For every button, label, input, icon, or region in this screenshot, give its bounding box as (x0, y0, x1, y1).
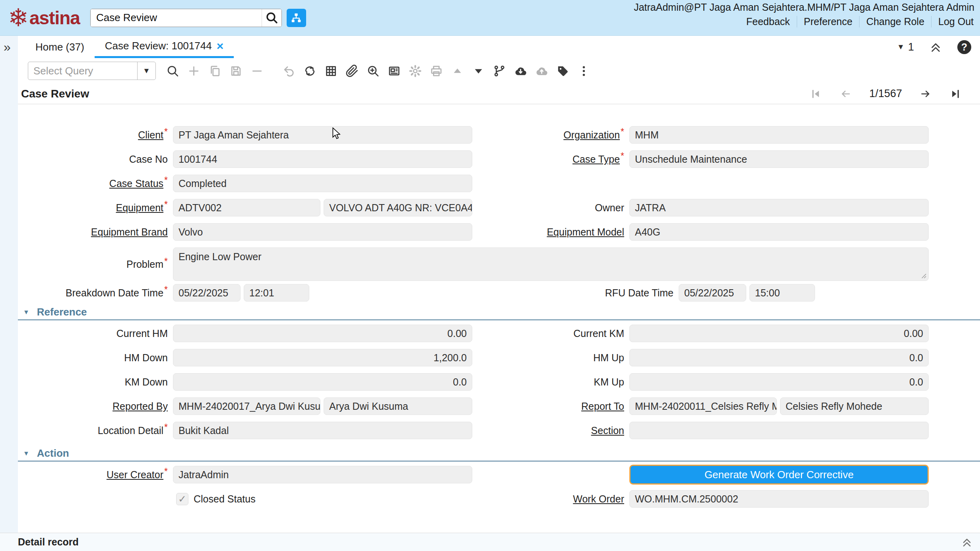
select-query-placeholder: Select Query (28, 62, 137, 80)
location-detail-field[interactable]: Bukit Kadal (173, 422, 472, 439)
tag-icon (556, 64, 569, 78)
help-button[interactable]: ? (957, 40, 971, 54)
section-collapse-icon[interactable]: ▼ (23, 309, 29, 316)
toolbar-import-button[interactable] (531, 62, 552, 79)
toolbar-move-up-button[interactable] (447, 62, 468, 79)
toolbar-move-down-button[interactable] (468, 62, 489, 79)
report-to-name-field[interactable]: Celsies Refly Mohede (780, 397, 929, 415)
record-pager: 1/1567 (810, 84, 961, 104)
km-down-field[interactable]: 0.0 (173, 373, 472, 391)
tab-close-icon[interactable]: × (217, 40, 224, 52)
sidebar-expand-icon[interactable]: » (4, 41, 11, 53)
menu-feedback[interactable]: Feedback (739, 16, 797, 27)
section-collapse-icon[interactable]: ▼ (23, 450, 29, 457)
toolbar-workflow-button[interactable] (489, 62, 510, 79)
toolbar-tag-button[interactable] (552, 62, 573, 79)
pager-first-button[interactable] (810, 88, 822, 100)
section-field[interactable] (629, 422, 929, 439)
branch-icon (493, 64, 506, 78)
reported-by-code-field[interactable]: MHM-24020017_Arya Dwi Kusuma (173, 397, 320, 415)
toolbar-print-button[interactable] (426, 62, 447, 79)
toolbar-save-button[interactable] (225, 62, 246, 79)
pager-next-button[interactable] (920, 88, 931, 100)
rfu-date-field[interactable]: 05/22/2025 (679, 284, 746, 302)
toolbar-duplicate-button[interactable] (204, 62, 225, 79)
toolbar-attachments-button[interactable] (342, 62, 363, 79)
hm-down-field[interactable]: 1,200.0 (173, 349, 472, 366)
equipment-model-field[interactable]: A40G (629, 223, 929, 241)
toolbar-grid-view-button[interactable] (320, 62, 342, 79)
gear-icon (409, 64, 422, 78)
breakdown-time-field[interactable]: 12:01 (244, 284, 309, 302)
section-reference[interactable]: ▼ Reference (18, 305, 980, 320)
generate-work-order-button[interactable]: Generate Work Order Corrective (629, 465, 929, 485)
toolbar-new-button[interactable] (183, 62, 204, 79)
work-order-field[interactable]: WO.MHM.CM.2500002 (629, 490, 929, 508)
hm-up-field[interactable]: 0.0 (629, 349, 929, 366)
organization-field[interactable]: MHM (629, 126, 929, 144)
report-to-code-field[interactable]: MHM-24020011_Celsies Refly Mohe (629, 397, 777, 415)
equipment-brand-field[interactable]: Volvo (173, 223, 472, 241)
refresh-icon (303, 64, 316, 78)
user-creator-field[interactable]: JatraAdmin (173, 466, 472, 483)
record-toolbar: Select Query ▼ (18, 58, 980, 84)
tab-case-review[interactable]: Case Review: 1001744 × (95, 36, 234, 58)
problem-textarea[interactable]: Engine Low Power (173, 247, 929, 281)
menu-log-out[interactable]: Log Out (931, 16, 974, 27)
save-icon (229, 64, 243, 78)
section-action[interactable]: ▼ Action (18, 446, 980, 461)
closed-status-label: Closed Status (194, 493, 256, 505)
global-search-button[interactable] (262, 9, 281, 27)
toolbar-settings-button[interactable] (405, 62, 426, 79)
pager-last-button[interactable] (949, 88, 961, 100)
closed-status-checkbox[interactable]: ✓ (176, 493, 188, 505)
toolbar-export-button[interactable] (510, 62, 531, 79)
logged-in-user: JatraAdmin@PT Jaga Aman Sejahtera.MHM/PT… (634, 2, 974, 13)
minus-icon (250, 64, 264, 78)
org-structure-button[interactable] (287, 9, 306, 27)
equipment-desc-field[interactable]: VOLVO ADT A40G NR: VCE0A40GL (324, 199, 472, 216)
closed-status-checkbox-wrap: ✓ Closed Status (176, 493, 256, 505)
pager-prev-button[interactable] (840, 88, 852, 100)
top-header-bar: ❄ astina JatraAdmin@PT Jaga Aman Sejahte… (0, 0, 980, 36)
client-field[interactable]: PT Jaga Aman Sejahtera (173, 126, 472, 144)
equipment-code-field[interactable]: ADTV002 (173, 199, 320, 216)
km-up-field[interactable]: 0.0 (629, 373, 929, 391)
case-no-field[interactable]: 1001744 (173, 150, 472, 168)
collapse-panel-icon[interactable] (929, 41, 942, 54)
menu-change-role[interactable]: Change Role (859, 16, 931, 27)
toolbar-delete-button[interactable] (246, 62, 268, 79)
tab-case-review-label: Case Review: 1001744 (105, 40, 212, 52)
toolbar-undo-button[interactable] (278, 62, 299, 79)
reported-by-name-field[interactable]: Arya Dwi Kusuma (324, 397, 472, 415)
hm-up-label: HM Up (472, 352, 629, 364)
toolbar-report-button[interactable] (384, 62, 405, 79)
breakdown-date-field[interactable]: 05/22/2025 (173, 284, 241, 302)
open-tabs-dropdown[interactable]: ▼ 1 (897, 41, 914, 53)
main-area: » Home (37) Case Review: 1001744 × ▼ 1 (0, 36, 980, 533)
owner-field[interactable]: JATRA (629, 199, 929, 216)
current-hm-field[interactable]: 0.00 (173, 325, 472, 342)
menu-preference[interactable]: Preference (797, 16, 859, 27)
copy-icon (208, 64, 221, 78)
expand-detail-icon[interactable] (961, 536, 973, 548)
select-query-dropdown[interactable]: Select Query ▼ (28, 62, 156, 80)
current-km-field[interactable]: 0.00 (629, 325, 929, 342)
km-up-label: KM Up (472, 376, 629, 388)
toolbar-more-button[interactable] (573, 62, 594, 79)
toolbar-refresh-button[interactable] (299, 62, 320, 79)
rfu-date-time-label: RFU Date Time (522, 287, 679, 299)
app-window: ❄ astina JatraAdmin@PT Jaga Aman Sejahte… (0, 0, 980, 551)
global-search-input[interactable] (91, 9, 262, 27)
organization-label: Organization* (472, 129, 629, 141)
tab-home[interactable]: Home (37) (25, 36, 95, 58)
case-type-field[interactable]: Unschedule Maintenance (629, 150, 929, 168)
case-status-field[interactable]: Completed (173, 175, 472, 192)
resize-handle-icon[interactable] (921, 273, 927, 279)
brand-logo: ❄ astina (8, 6, 80, 30)
toolbar-search-button[interactable] (162, 62, 183, 79)
toolbar-zoom-button[interactable] (363, 62, 384, 79)
rfu-time-field[interactable]: 15:00 (749, 284, 815, 302)
equipment-brand-label: Equipment Brand (18, 226, 173, 238)
location-detail-label: Location Detail* (18, 425, 173, 436)
